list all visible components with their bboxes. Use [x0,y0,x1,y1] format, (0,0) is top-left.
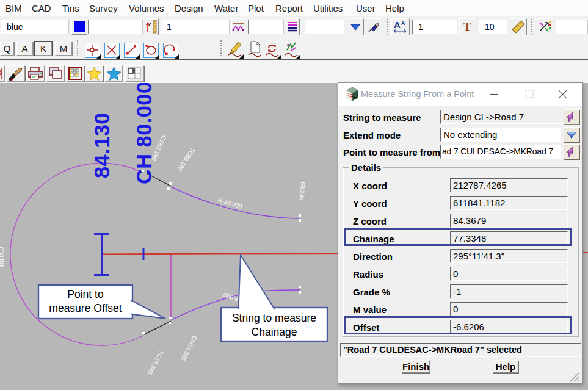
svg-text:R-28.000: R-28.000 [217,196,243,210]
svg-text:String to measure: String to measure [232,312,316,324]
svg-text:TC16.345: TC16.345 [146,349,165,376]
svg-text:CH18.345: CH18.345 [180,334,198,362]
svg-text:69.344: 69.344 [298,182,307,201]
svg-text:A: A [401,20,405,26]
svg-text:84.130: 84.130 [90,112,114,178]
svg-text:R8.000: R8.000 [0,247,5,267]
svg-text:8.000: 8.000 [222,292,239,303]
svg-text:Chainage: Chainage [252,326,297,338]
svg-text:Point to: Point to [67,288,103,300]
svg-text:measure Offset: measure Offset [49,302,122,314]
svg-text:TC88.198: TC88.198 [176,146,196,173]
svg-text:T: T [463,20,471,33]
svg-text:CH 80.000: CH 80.000 [132,83,156,184]
svg-text:A: A [394,20,401,30]
svg-text:z: z [148,21,151,27]
